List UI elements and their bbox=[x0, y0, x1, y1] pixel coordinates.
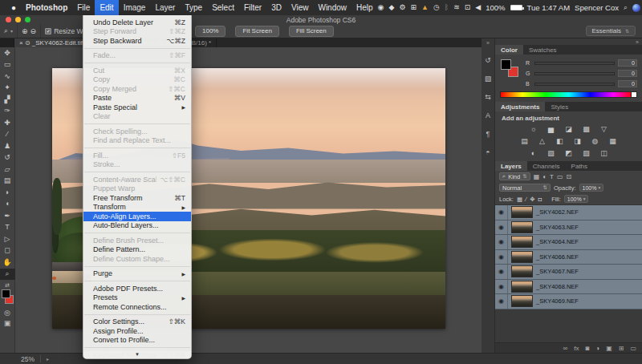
menubar-item[interactable]: Layer bbox=[150, 0, 180, 15]
layer-thumbnail[interactable] bbox=[511, 236, 533, 248]
edit-menu-item[interactable]: Remote Connections... bbox=[83, 302, 191, 312]
layer-row[interactable]: ◉ _SKY4062.NEF bbox=[495, 205, 642, 220]
dodge-tool[interactable]: ◖ bbox=[0, 199, 15, 211]
menubar-item[interactable]: Filter bbox=[239, 0, 266, 15]
swap-colors-icon[interactable]: ⇄ bbox=[5, 282, 10, 289]
menubar-item[interactable]: Type bbox=[180, 0, 207, 15]
edit-menu-item[interactable]: Paste Special bbox=[83, 103, 191, 112]
layer-thumbnail[interactable] bbox=[511, 295, 533, 307]
filter-shape-icon[interactable]: ▭ bbox=[557, 173, 563, 180]
layer-visibility-eye-icon[interactable]: ◉ bbox=[495, 250, 508, 265]
panel-tab[interactable]: Styles bbox=[545, 102, 574, 111]
black-white-icon[interactable]: ◧ bbox=[554, 136, 566, 145]
siri-icon[interactable] bbox=[632, 4, 640, 12]
type-tool[interactable]: T bbox=[0, 222, 15, 234]
clone-stamp-tool[interactable]: ♟ bbox=[0, 140, 15, 152]
filter-type-icon[interactable]: T bbox=[550, 173, 554, 180]
layer-visibility-eye-icon[interactable]: ◉ bbox=[495, 280, 508, 294]
edit-menu-item[interactable]: Auto-Align Layers... bbox=[83, 212, 191, 221]
panel-tab[interactable]: Swatches bbox=[523, 45, 563, 55]
crop-tool[interactable]: ▞ bbox=[0, 94, 15, 106]
curves-icon[interactable]: ◪ bbox=[563, 124, 575, 133]
layer-row[interactable]: ◉ _SKY4063.NEF bbox=[495, 220, 642, 236]
edit-menu-item[interactable]: Fade... ⇧⌘F bbox=[83, 51, 191, 61]
styles-panel-icon[interactable]: ▧ bbox=[485, 75, 492, 83]
gradient-map-icon[interactable]: ▨ bbox=[580, 148, 592, 157]
photo-filter-icon[interactable]: ◨ bbox=[571, 136, 583, 145]
move-tool[interactable]: ✥ bbox=[0, 47, 15, 59]
spotlight-icon[interactable]: ⌕ bbox=[624, 4, 628, 11]
3d-panel-icon[interactable]: ◓ bbox=[486, 148, 490, 156]
quick-mask-button[interactable]: ◎ bbox=[0, 307, 15, 317]
layer-thumbnail[interactable] bbox=[511, 265, 533, 277]
hue-saturation-icon[interactable]: ▤ bbox=[518, 136, 530, 145]
wifi-icon[interactable]: ≋ bbox=[453, 4, 460, 11]
layer-visibility-eye-icon[interactable]: ◉ bbox=[495, 205, 508, 220]
layer-group-icon[interactable]: ▣ bbox=[606, 345, 612, 352]
character-panel-icon[interactable]: A bbox=[486, 111, 490, 119]
edit-menu-item[interactable]: Clear bbox=[83, 112, 191, 122]
eraser-tool[interactable]: ▱ bbox=[0, 164, 15, 176]
chevron-right-icon[interactable]: ▸ bbox=[47, 356, 49, 362]
zoom-tool[interactable]: ⌕ bbox=[0, 269, 15, 281]
droplet-icon[interactable]: ◆ bbox=[388, 4, 394, 11]
quick-selection-tool[interactable]: ✦ bbox=[0, 83, 15, 95]
gradient-tool[interactable]: ▤ bbox=[0, 176, 15, 188]
layer-thumbnail[interactable] bbox=[511, 281, 533, 293]
lock-position-icon[interactable]: ✥ bbox=[530, 196, 534, 203]
menubar-item[interactable]: Edit bbox=[95, 0, 118, 15]
color-slider[interactable] bbox=[534, 83, 615, 86]
edit-menu-item[interactable]: Step Backward ⌥⌘Z bbox=[83, 36, 191, 46]
edit-menu-item[interactable]: Cut ⌘X bbox=[83, 66, 191, 75]
layer-visibility-eye-icon[interactable]: ◉ bbox=[495, 220, 508, 235]
history-brush-tool[interactable]: ↺ bbox=[0, 152, 15, 164]
vibrance-icon[interactable]: ▽ bbox=[598, 124, 610, 133]
edit-menu-item[interactable]: Fill... ⇧F5 bbox=[83, 151, 191, 160]
filter-pixel-icon[interactable]: ▦ bbox=[534, 173, 540, 180]
zoom-level-field[interactable]: 25% bbox=[21, 355, 35, 363]
volume-icon[interactable]: ◀ bbox=[475, 4, 481, 11]
edit-menu-item[interactable]: Copy Merged ⇧⌘C bbox=[83, 84, 191, 94]
eyedropper-tool[interactable]: ✑ bbox=[0, 106, 15, 118]
edit-menu-item[interactable]: Undo Delete Layer ⌘Z bbox=[83, 18, 191, 27]
lock-image-icon[interactable]: ∕ bbox=[526, 196, 526, 203]
menubar-item[interactable]: File bbox=[72, 0, 95, 15]
layer-row[interactable]: ◉ _SKY4067.NEF bbox=[495, 265, 642, 280]
color-slider[interactable] bbox=[534, 62, 615, 65]
warning-icon[interactable]: ▲ bbox=[421, 4, 429, 11]
menubar-user[interactable]: Spencer Cox bbox=[575, 3, 619, 12]
screen-mode-button[interactable]: ▣ bbox=[0, 317, 15, 328]
active-tool-indicator[interactable]: ⌕ ▾ bbox=[0, 24, 18, 38]
invert-icon[interactable]: ◐ bbox=[527, 148, 539, 157]
checkbox-checked-icon[interactable]: ✓ bbox=[45, 28, 51, 34]
layer-row[interactable]: ◉ _SKY4068.NEF bbox=[495, 280, 642, 295]
path-selection-tool[interactable]: ▷ bbox=[0, 233, 15, 245]
threshold-icon[interactable]: ◩ bbox=[563, 148, 575, 157]
menubar-item[interactable]: 3D bbox=[266, 0, 286, 15]
edit-menu-item[interactable]: Define Pattern... bbox=[83, 245, 191, 255]
panel-tab[interactable]: Color bbox=[495, 45, 523, 55]
edit-menu-item[interactable]: Step Forward ⇧⌘Z bbox=[83, 27, 191, 37]
edit-menu-item[interactable]: Define Brush Preset... bbox=[83, 236, 191, 245]
color-value-field[interactable]: 0 bbox=[618, 80, 637, 87]
workspace-switcher[interactable]: Essentials ⇅ bbox=[586, 26, 636, 36]
panel-tab[interactable]: Layers bbox=[495, 161, 527, 171]
history-panel-icon[interactable]: ↺ bbox=[485, 56, 491, 64]
marquee-tool[interactable]: ▭ bbox=[0, 59, 15, 71]
menubar-clock[interactable]: Tue 1:47 AM bbox=[527, 3, 571, 12]
hand-tool[interactable]: ✋ bbox=[0, 257, 15, 269]
layer-visibility-eye-icon[interactable]: ◉ bbox=[495, 235, 508, 249]
pen-tool[interactable]: ✒ bbox=[0, 210, 15, 222]
zoom-out-button[interactable]: ⊖ bbox=[30, 27, 37, 35]
color-lookup-icon[interactable]: ▦ bbox=[607, 136, 619, 145]
edit-menu-item[interactable]: Copy ⌘C bbox=[83, 75, 191, 85]
opacity-field[interactable]: 100% ▾ bbox=[579, 184, 604, 192]
menu-scroll-indicator[interactable]: ▼ bbox=[83, 351, 191, 358]
adjustment-layer-icon[interactable]: ◑ bbox=[595, 345, 599, 352]
lock-all-icon[interactable]: ◘ bbox=[538, 196, 542, 203]
delete-layer-icon[interactable]: ▭ bbox=[630, 345, 636, 352]
brightness-contrast-icon[interactable]: ☼ bbox=[527, 124, 539, 133]
healing-brush-tool[interactable]: ✚ bbox=[0, 117, 15, 129]
github-icon[interactable]: ⚙ bbox=[399, 4, 405, 11]
panel-foreground-swatch[interactable] bbox=[501, 59, 511, 70]
